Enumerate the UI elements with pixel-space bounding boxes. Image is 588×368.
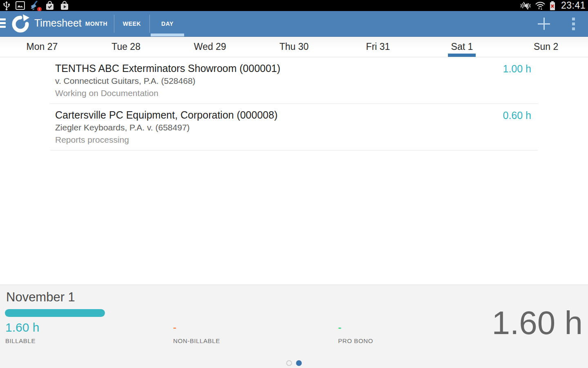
tab-month[interactable]: MONTH [79,11,114,36]
entry-hours: 1.00 h [503,62,531,75]
total-hours: 1.60 h [492,306,583,340]
day-label: Mon 27 [27,41,58,52]
stat-label: PRO BONO [338,337,373,344]
progress-fill [5,309,105,317]
day-summary-panel: November 1 1.60 h BILLABLE - NON-BILLABL… [0,285,588,368]
menu-icon[interactable] [0,18,6,28]
screenshot-icon [16,1,25,10]
stat-value: - [338,321,373,334]
app-bar: Timesheet MONTH WEEK DAY [0,11,588,37]
entry-title: Cartersville PC Equipment, Corporation (… [55,109,503,121]
task-check-icon [45,1,55,11]
active-tab-indicator [151,34,184,36]
active-day-indicator [448,54,476,57]
entry-text: Cartersville PC Equipment, Corporation (… [55,109,503,146]
page-indicator [286,360,302,366]
overflow-dots-icon [572,18,575,30]
screen: ! [0,0,588,368]
vibrate-muted-icon [520,1,531,10]
clock: 23:41 [561,0,586,11]
entry-subtitle: Ziegler Keyboards, P.A. v. (658497) [55,121,503,134]
tab-week[interactable]: WEEK [114,11,149,36]
day-strip: Mon 27 Tue 28 Wed 29 Thu 30 Fri 31 Sat 1… [0,37,588,57]
view-tabs: MONTH WEEK DAY [79,11,185,36]
battery-unknown-icon [549,1,556,11]
wifi-icon [535,1,546,11]
plus-icon [538,18,550,30]
day-sat-1[interactable]: Sat 1 [420,37,504,57]
play-store-icon [60,1,69,11]
clean-notification-icon: ! [30,1,40,10]
stat-billable: 1.60 h BILLABLE [5,321,39,344]
day-label: Sun 2 [534,41,558,52]
day-label: Sat 1 [451,41,473,52]
entry-description: Reports processing [55,134,503,146]
day-tue-28[interactable]: Tue 28 [84,37,168,57]
entry-subtitle: v. Connecticut Guitars, P.A. (528468) [55,75,503,87]
page-dot-active[interactable] [296,360,302,366]
page-title: Timesheet [34,17,82,29]
add-entry-button[interactable] [529,11,559,36]
day-fri-31[interactable]: Fri 31 [336,37,420,57]
day-label: Wed 29 [194,41,226,52]
app-bar-actions [529,11,588,36]
tab-day[interactable]: DAY [150,11,185,36]
summary-date: November 1 [6,290,75,305]
day-thu-30[interactable]: Thu 30 [252,37,336,57]
stat-non-billable: - NON-BILLABLE [173,321,220,344]
timesheet-entry[interactable]: TENTHS ABC Exterminators Showroom (00000… [50,57,538,104]
stat-value: - [173,321,220,334]
page-dot[interactable] [286,360,292,366]
stat-pro-bono: - PRO BONO [338,321,373,344]
day-wed-29[interactable]: Wed 29 [168,37,252,57]
tab-day-label: DAY [161,20,174,27]
status-bar-notifications: ! [2,1,69,11]
timesheet-entry[interactable]: Cartersville PC Equipment, Corporation (… [50,104,538,150]
entry-description: Working on Documentation [55,87,503,99]
day-label: Fri 31 [366,41,390,52]
entry-list: TENTHS ABC Exterminators Showroom (00000… [0,57,588,285]
overflow-menu-button[interactable] [559,11,588,36]
status-bar: ! [0,0,588,11]
entry-hours: 0.60 h [503,109,531,122]
day-label: Thu 30 [279,41,309,52]
stat-label: BILLABLE [5,337,39,344]
usb-icon [2,1,11,11]
entry-title: TENTHS ABC Exterminators Showroom (00000… [55,62,503,75]
status-bar-system: 23:41 [520,0,586,11]
day-label: Tue 28 [111,41,140,52]
stat-value: 1.60 h [5,321,39,334]
stat-label: NON-BILLABLE [173,337,220,344]
day-sun-2[interactable]: Sun 2 [504,37,588,57]
day-mon-27[interactable]: Mon 27 [0,37,84,57]
entry-text: TENTHS ABC Exterminators Showroom (00000… [55,62,503,99]
app-logo-icon [11,14,30,35]
